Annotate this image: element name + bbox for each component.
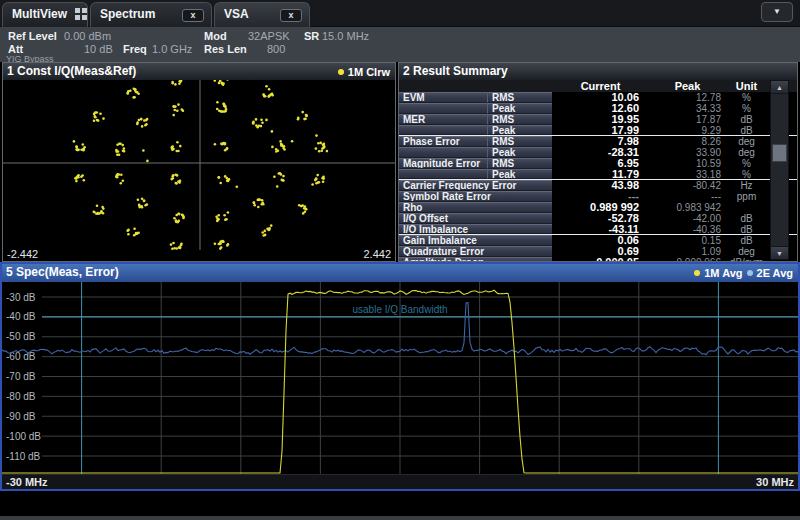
table-row[interactable]: Peak11.7933.18%: [399, 169, 797, 180]
table-row[interactable]: Carrier Frequency Error43.98-80.42Hz: [399, 180, 797, 191]
tab-spectrum[interactable]: Spectrum x: [90, 2, 212, 27]
row-peak-value: 1.09: [649, 246, 726, 257]
table-row[interactable]: Phase ErrorRMS7.988.26deg: [399, 136, 797, 147]
row-statistic-type: Peak: [487, 147, 552, 158]
table-row[interactable]: Peak12.6034.33%: [399, 103, 797, 114]
row-peak-value: ---: [649, 191, 726, 202]
constellation-panel: 1 Const I/Q(Meas&Ref) 1M Clrw -2.442 2.4…: [2, 62, 396, 262]
trace1-color-dot: [694, 270, 700, 276]
row-unit: dB: [726, 213, 767, 224]
settings-bar: Ref Level 0.00 dBm Mod 32APSK SR 15.0 MH…: [0, 27, 800, 62]
table-row[interactable]: Gain Imbalance0.060.15dB: [399, 235, 797, 246]
row-unit: dB/sym: [726, 257, 767, 261]
y-axis-tick: -40 dB: [6, 311, 36, 322]
row-peak-value: 17.87: [649, 114, 726, 125]
freq-value[interactable]: 1.0 GHz: [152, 43, 192, 55]
spec-trace1-label: 1M Avg: [704, 267, 742, 279]
row-parameter-name: Carrier Frequency Error: [399, 180, 552, 191]
row-peak-value: -80.42: [649, 180, 726, 191]
table-row[interactable]: Amplitude Droop-0.000 050.000 966dB/sym: [399, 257, 797, 261]
table-row[interactable]: Peak-28.3133.90deg: [399, 147, 797, 158]
x-axis-max-label: 30 MHz: [756, 476, 794, 488]
row-parameter-name: [399, 125, 487, 135]
row-unit: ppm: [726, 191, 767, 202]
result-table-body: EVMRMS10.0612.78%Peak12.6034.33%MERRMS19…: [399, 92, 797, 261]
tab-vsa-label: VSA: [215, 7, 280, 23]
sr-value[interactable]: 15.0 MHz: [322, 30, 369, 42]
table-row[interactable]: EVMRMS10.0612.78%: [399, 92, 797, 103]
close-icon[interactable]: x: [280, 9, 302, 22]
table-row[interactable]: I/Q Offset-52.78-42.00dB: [399, 213, 797, 224]
freq-label: Freq: [123, 43, 147, 55]
x-axis-min-label: -30 MHz: [6, 476, 48, 488]
res-len-label: Res Len: [204, 43, 247, 55]
row-unit: dB: [726, 235, 767, 246]
row-parameter-name: I/Q Imbalance: [399, 224, 552, 234]
row-peak-value: -40.36: [649, 224, 726, 234]
row-unit: deg: [726, 147, 767, 158]
res-len-value[interactable]: 800: [267, 43, 285, 55]
row-statistic-type: Peak: [487, 125, 552, 135]
constellation-panel-title: 1 Const I/Q(Meas&Ref): [7, 64, 136, 78]
chevron-down-icon[interactable]: ▼: [761, 2, 793, 22]
row-current-value: -43.11: [552, 224, 649, 234]
y-axis-tick: -80 dB: [6, 391, 36, 402]
row-unit: deg: [726, 136, 767, 147]
constellation-panel-header[interactable]: 1 Const I/Q(Meas&Ref) 1M Clrw: [3, 63, 395, 80]
row-parameter-name: Gain Imbalance: [399, 235, 552, 246]
scroll-down-button[interactable]: ▼: [771, 246, 788, 259]
mod-value[interactable]: 32APSK: [248, 30, 290, 42]
row-statistic-type: Peak: [487, 103, 552, 114]
row-parameter-name: Magnitude Error: [399, 158, 487, 169]
att-value[interactable]: 10 dB: [84, 43, 113, 55]
column-peak: Peak: [649, 80, 726, 92]
spectrum-x-axis: -30 MHz 30 MHz: [2, 474, 798, 489]
tab-bar: MultiView Spectrum x VSA x ▼: [0, 0, 800, 27]
sr-label: SR: [304, 30, 319, 42]
table-row[interactable]: I/Q Imbalance-43.11-40.36dB: [399, 224, 797, 235]
row-unit: %: [726, 169, 767, 179]
row-peak-value: 9.29: [649, 125, 726, 135]
bottom-spacer: [0, 491, 800, 520]
result-summary-header[interactable]: 2 Result Summary: [399, 63, 797, 80]
table-row[interactable]: Peak17.999.29dB: [399, 125, 797, 136]
row-unit: %: [726, 103, 767, 114]
y-axis-tick: -100 dB: [6, 431, 41, 442]
row-unit: Hz: [726, 180, 767, 191]
row-parameter-name: [399, 103, 487, 114]
ref-level-value[interactable]: 0.00 dBm: [64, 30, 111, 42]
const-axis-max: 2.442: [363, 248, 391, 260]
row-unit: %: [726, 158, 767, 169]
result-table-column-header: Current Peak Unit: [399, 80, 797, 92]
tab-multiview[interactable]: MultiView: [2, 2, 88, 27]
row-peak-value: 12.78: [649, 92, 726, 103]
tab-vsa[interactable]: VSA x: [214, 2, 310, 27]
row-parameter-name: MER: [399, 114, 487, 125]
row-parameter-name: EVM: [399, 92, 487, 103]
row-peak-value: 0.15: [649, 235, 726, 246]
y-axis-tick: -70 dB: [6, 371, 36, 382]
row-parameter-name: Quadrature Error: [399, 246, 552, 257]
table-row[interactable]: Rho0.989 9920.983 942: [399, 202, 797, 213]
table-row[interactable]: MERRMS19.9517.87dB: [399, 114, 797, 125]
constellation-plot[interactable]: [3, 80, 395, 261]
row-statistic-type: RMS: [487, 92, 552, 103]
scroll-up-button[interactable]: ▲: [771, 81, 788, 94]
spectrum-trace-legend: 1M Avg 2E Avg: [694, 264, 793, 282]
close-icon[interactable]: x: [182, 9, 204, 22]
spectrum-plot[interactable]: -30 dB-40 dB-50 dB-60 dB-70 dB-80 dB-90 …: [2, 282, 798, 474]
y-axis-tick: -50 dB: [6, 331, 36, 342]
row-peak-value: 0.983 942: [649, 202, 726, 213]
scrollbar-thumb[interactable]: [772, 144, 787, 162]
row-peak-value: 34.33: [649, 103, 726, 114]
table-row[interactable]: Magnitude ErrorRMS6.9510.59%: [399, 158, 797, 169]
multiview-grid-icon: [75, 8, 87, 20]
ref-level-label: Ref Level: [8, 30, 57, 42]
row-unit: dB: [726, 114, 767, 125]
vsa-screen: MultiView Spectrum x VSA x ▼ Ref Level 0…: [0, 0, 800, 520]
row-peak-value: 8.26: [649, 136, 726, 147]
row-unit: dB: [726, 224, 767, 234]
spectrum-panel-header[interactable]: 5 Spec(Meas, Error): [2, 264, 798, 282]
column-current: Current: [552, 80, 649, 92]
table-scrollbar[interactable]: ▲ ▼: [770, 80, 789, 260]
